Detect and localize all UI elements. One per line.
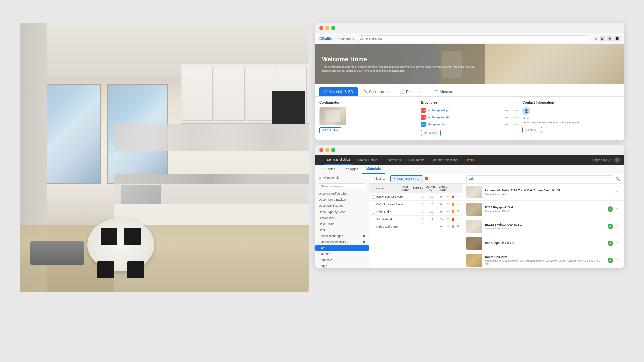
mat-add-btn-5[interactable]: + [608,258,613,263]
mat-row-1[interactable]: Kährs Oak Mix Matt - 0 10 0 ✏ ✕ [369,193,463,201]
cat-item-floor[interactable]: Floor [315,245,369,251]
mat-row-3[interactable]: Oak Dublin - 0 10 0 ✏ ✕ [369,208,463,216]
brochure-item-2[interactable]: PDF kitchen-plan.pdf 16.11.2023 [421,114,519,121]
mat-result-edit-5[interactable]: ✏ [616,258,621,263]
shield-icon: 🛡 [435,89,438,94]
tab-construction[interactable]: 🔨 Construction [358,87,394,96]
cat-item-fridge[interactable]: Fridge [315,263,369,268]
tab-documents[interactable]: 📄 Documents [395,87,429,96]
mat-result-edit-1[interactable]: ✏ [616,190,621,194]
browser-url-bar[interactable]: Demo English/03 [357,35,591,42]
row-delete-3[interactable]: ✕ [456,210,460,214]
row-edit-5[interactable]: ✏ [446,225,450,229]
mat-result-edit-3[interactable]: ✏ [616,224,621,229]
row-checkbox-2[interactable] [372,203,375,206]
cat-item-door[interactable]: Door [315,227,369,233]
settings-icon[interactable]: ⚙ [614,157,620,163]
expand-dot-2[interactable] [331,148,335,152]
browser-icon-2[interactable]: ⚙ [607,36,612,41]
cat-item-electrical[interactable]: Electrical changes [315,233,369,239]
nav-tab-project-details[interactable]: Project Details [356,155,380,165]
brochure-date-2: 16.11.2023 [505,116,518,119]
browser-icon-1[interactable]: ⊞ [600,36,605,41]
browser-icon-3[interactable]: ☰ [614,36,620,41]
add-material-button[interactable]: + ADD MATERIAL [390,175,423,182]
close-dot-2[interactable] [319,148,323,152]
row-delete-4[interactable]: ✕ [456,217,460,221]
cat-item-front-sofa[interactable]: Front sofa [315,257,369,263]
mat-result-name-1: Laminate® Stella 3128 Trend Oak Brown 8 … [485,189,613,192]
mat-add-btn-2[interactable]: + [608,206,613,212]
main-container: GBuilder Your Home Demo English/03 All ⊞… [20,23,624,339]
expand-dot[interactable] [331,26,335,30]
tab-materials-3d[interactable]: ⬡ Materials & 3D [319,87,358,96]
row-mft-2: 0 [418,203,426,206]
cat-item-dishwasher[interactable]: Dishwasher [315,215,369,221]
mat-result-edit-4[interactable]: ✏ [616,241,621,246]
contact-view-all-button[interactable]: VIEW ALL [522,127,542,133]
nav-tab-offers[interactable]: Offers [463,155,476,165]
cat-item-deco-hyperfly[interactable]: Deco Hyperfly Benc [315,209,369,215]
row-checkbox-1[interactable] [372,195,375,199]
row-delete-5[interactable]: ✕ [456,225,460,229]
brochures-view-all-button[interactable]: VIEW ALL [421,130,441,136]
row-checkbox-3[interactable] [372,210,375,214]
mat-result-5[interactable]: Kährs Oak Pure Manufacturer 136629494034… [463,252,624,268]
brochure-item-3[interactable]: IMG elec-plan.png 16.11.2023 [421,121,519,128]
configurator-thumbnail[interactable] [319,107,346,125]
close-dot[interactable] [319,26,323,30]
nav-tab-demo[interactable]: Demo English/03 [324,155,353,165]
browser-all-label: All [594,37,597,40]
row-edit-2[interactable]: ✏ [446,202,450,206]
minimize-dot-2[interactable] [325,148,329,152]
row-edit-1[interactable]: ✏ [446,195,450,199]
mat-tab-materials[interactable]: Materials [362,165,385,174]
row-net-2: - [409,203,417,206]
contact-avatar: 👤 [522,107,530,115]
brochure-item-1[interactable]: PDF kitchen-plan2.pdf 16.11.2023 [421,107,519,114]
mat-results-header: 🔍 [463,174,624,184]
nav-tab-apartments[interactable]: Apartments [383,155,404,165]
cat-item-deco-frame[interactable]: Deco Frame Backen [315,197,369,203]
category-search-input[interactable] [319,183,365,189]
hero-subtitle: This is your personal home environment w… [322,65,478,72]
mat-result-info-4: San Diego Oak 8391 [485,241,605,245]
tab-aftercare[interactable]: 🛡 Aftercare [430,87,460,96]
gross-col-header: Gross €/m² [437,185,448,192]
mat-add-btn-3[interactable]: + [608,224,613,229]
mat-result-3[interactable]: ELLETT Winter Oak 526 1 Manufacturer: Wi… [463,218,624,235]
nav-tab-material-selections[interactable]: Material selections [430,155,460,165]
row-delete-2[interactable]: ✕ [456,202,460,206]
mat-search-input[interactable] [466,175,612,182]
cat-item-exterior[interactable]: Exterior Connectivity [315,239,369,245]
minimize-dot[interactable] [325,26,329,30]
row-delete-1[interactable]: ✕ [456,195,460,199]
mat-row-4[interactable]: Ash Katendo - 0 14 10.4 ✏ ✕ [369,216,463,223]
mat-tab-packages[interactable]: Packages [339,165,362,174]
mat-result-sub-3: Manufacturer: Wifall [485,227,605,230]
row-edit-4[interactable]: ✏ [446,217,450,221]
nav-tab-documents[interactable]: Documents [407,155,427,165]
mat-add-btn-4[interactable]: + [608,241,613,246]
row-checkbox-5[interactable] [372,225,375,228]
cat-item-dave-chair[interactable]: Dave Chair [315,221,369,227]
mat-row-5[interactable]: Kährs Oak Pure - 0 0 0 ✏ ✕ [369,223,463,230]
row-name-4: Ash Katendo [376,218,408,221]
row-status-2 [452,203,454,206]
mat-tab-bundles[interactable]: Bundles [319,165,339,174]
mat-result-4[interactable]: San Diego Oak 8391 + ✏ [463,235,624,252]
contact-description: Contact our friendly sales team for any … [522,121,620,125]
row-net-4: - [409,218,417,221]
mat-result-name-3: ELLETT Winter Oak 526 1 [485,223,605,226]
mat-result-edit-2[interactable]: ✏ [616,207,621,212]
mat-result-2[interactable]: K263 Reykjavik Oak Manufacturer: Wifall … [463,201,624,218]
cat-item-deco-ts[interactable]: Deco TS Coffee table [315,191,369,197]
cat-item-deco-wall[interactable]: Deco Wall Frames T [315,203,369,209]
row-edit-3[interactable]: ✏ [446,210,450,214]
cat-item-floor-tile[interactable]: Floor tile [315,251,369,257]
mat-row-2[interactable]: Oak Nouveau Sinter - 0 10 0 ✏ ✕ [369,201,463,208]
row-checkbox-4[interactable] [372,218,375,221]
open-link-button[interactable]: OPEN LINK [319,127,341,133]
mat-result-1[interactable]: Laminate® Stella 3128 Trend Oak Brown 8 … [463,184,624,201]
lang-selector[interactable]: English (US) ▾ [592,158,612,162]
